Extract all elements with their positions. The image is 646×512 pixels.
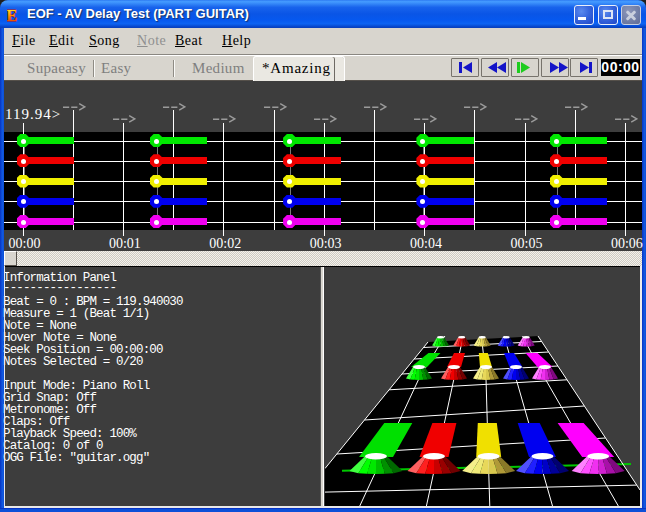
svg-text:E: E [7,7,17,22]
